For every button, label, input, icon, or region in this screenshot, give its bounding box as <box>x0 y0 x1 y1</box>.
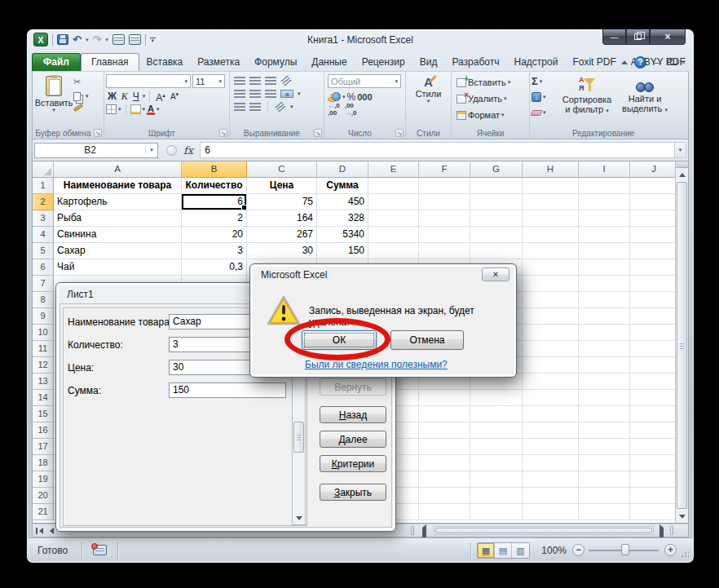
cell-H16[interactable] <box>523 422 579 439</box>
cell-B5[interactable]: 3 <box>182 243 247 259</box>
cell-H11[interactable] <box>523 341 579 357</box>
cell-G20[interactable] <box>470 488 523 504</box>
page-layout-view-button[interactable]: ▤ <box>495 543 512 558</box>
tab-foxit-pdf[interactable]: Foxit PDF <box>565 53 623 71</box>
sort-filter-button[interactable]: АЯ Сортировка и фильтр ▾ <box>556 74 618 126</box>
cell-F2[interactable] <box>419 194 470 210</box>
horizontal-scrollbar[interactable] <box>434 526 654 535</box>
cell-B4[interactable]: 20 <box>182 227 247 243</box>
cell-H7[interactable] <box>523 276 579 292</box>
cell-I9[interactable] <box>579 308 630 325</box>
close-button[interactable]: × <box>650 29 686 45</box>
cell-J18[interactable] <box>630 455 678 471</box>
row-header-1[interactable]: 1 <box>33 178 54 194</box>
cell-G16[interactable] <box>470 422 523 439</box>
align-left-icon[interactable] <box>234 90 245 98</box>
orientation-icon[interactable] <box>280 75 292 86</box>
cell-F3[interactable] <box>419 210 470 227</box>
cell-A2[interactable]: Картофель <box>54 194 182 210</box>
cell-G4[interactable] <box>470 227 523 243</box>
cell-A5[interactable]: Сахар <box>54 243 182 259</box>
cell-J17[interactable] <box>630 439 678 455</box>
row-header-4[interactable]: 4 <box>33 227 54 243</box>
cell-I16[interactable] <box>579 422 630 439</box>
cell-J7[interactable] <box>630 276 678 292</box>
name-box[interactable]: B2 ▾ <box>34 143 158 158</box>
wrap-text-icon[interactable] <box>275 101 286 112</box>
clipboard-dialog-launcher-icon[interactable]: ↘ <box>94 129 102 137</box>
row-header-2[interactable]: 2 <box>33 194 54 210</box>
cell-J8[interactable] <box>630 292 678 308</box>
formula-input[interactable]: 6 <box>200 142 674 158</box>
cell-I14[interactable] <box>579 390 630 406</box>
bold-button[interactable]: Ж <box>106 91 118 102</box>
cell-C3[interactable]: 164 <box>247 210 317 227</box>
cell-I8[interactable] <box>579 292 630 308</box>
cell-F15[interactable] <box>419 406 470 422</box>
merge-center-icon[interactable]: a <box>280 90 293 98</box>
fill-color-icon[interactable] <box>130 104 141 114</box>
number-dialog-launcher-icon[interactable]: ↘ <box>395 129 404 137</box>
row-header-8[interactable]: 8 <box>33 292 54 308</box>
cell-I20[interactable] <box>579 488 630 504</box>
cell-G2[interactable] <box>470 194 523 210</box>
clear-button[interactable]: ▾ <box>532 107 556 118</box>
find-select-button[interactable]: Найти и выделить ▾ <box>618 74 672 126</box>
column-header-D[interactable]: D <box>317 161 368 178</box>
cell-F18[interactable] <box>419 455 470 471</box>
column-header-I[interactable]: I <box>579 161 630 178</box>
increase-decimal-icon[interactable]: ←,0,00 <box>328 102 340 117</box>
back-button[interactable]: Назад <box>320 406 386 423</box>
align-middle-icon[interactable] <box>249 77 261 85</box>
previous-sheet-icon[interactable] <box>50 528 54 534</box>
tab-split-handle[interactable] <box>411 526 414 535</box>
tab-layout[interactable]: Разметка <box>190 53 247 71</box>
copy-button[interactable]: ▾ <box>73 91 89 102</box>
row-header-18[interactable]: 18 <box>33 455 54 471</box>
insert-cells-button[interactable]: Вставить▾ <box>457 74 527 91</box>
cell-J19[interactable] <box>630 471 678 488</box>
cell-J13[interactable] <box>630 374 678 390</box>
insert-function-icon[interactable]: fx <box>183 144 193 157</box>
cell-H21[interactable] <box>523 504 579 520</box>
cell-I11[interactable] <box>579 341 630 357</box>
restore-button[interactable] <box>626 29 650 45</box>
cell-J15[interactable] <box>630 406 678 422</box>
cell-I18[interactable] <box>579 455 630 471</box>
cell-G3[interactable] <box>470 210 523 227</box>
cell-F17[interactable] <box>419 439 470 455</box>
record-macro-icon[interactable] <box>93 545 107 555</box>
cell-G5[interactable] <box>470 243 523 259</box>
tab-home[interactable]: Главная <box>81 53 139 71</box>
borders-icon[interactable] <box>106 104 117 114</box>
cell-H4[interactable] <box>523 227 579 243</box>
decrease-decimal-icon[interactable]: ,00→,0 <box>345 102 357 117</box>
cell-H5[interactable] <box>523 243 579 259</box>
styles-button[interactable]: A Стили ▾ <box>408 74 449 126</box>
row-header-5[interactable]: 5 <box>33 243 54 259</box>
next-button[interactable]: Далее <box>320 431 386 448</box>
cell-F4[interactable] <box>419 227 470 243</box>
cell-A4[interactable]: Свинина <box>54 227 182 243</box>
first-sheet-icon[interactable] <box>39 528 43 534</box>
cell-F1[interactable] <box>419 178 470 194</box>
cell-I13[interactable] <box>579 374 630 390</box>
cancel-button[interactable]: Отмена <box>390 330 464 350</box>
vertical-scrollbar[interactable] <box>675 161 688 523</box>
cell-D3[interactable]: 328 <box>317 210 368 227</box>
cell-A3[interactable]: Рыба <box>54 210 182 227</box>
cell-C2[interactable]: 75 <box>247 194 317 210</box>
cell-H19[interactable] <box>523 471 579 488</box>
row-header-21[interactable]: 21 <box>33 504 54 520</box>
workbook-close-icon[interactable]: × <box>681 59 686 67</box>
cell-I10[interactable] <box>579 325 630 341</box>
cell-E5[interactable] <box>368 243 419 259</box>
cell-F14[interactable] <box>419 390 470 406</box>
row-header-19[interactable]: 19 <box>33 471 54 488</box>
cell-H17[interactable] <box>523 439 579 455</box>
tab-developer[interactable]: Разработч <box>444 53 506 71</box>
page-break-view-button[interactable]: ▥ <box>512 543 529 558</box>
tab-addins[interactable]: Надстрой <box>506 53 565 71</box>
decrease-indent-icon[interactable] <box>234 103 245 111</box>
cell-E4[interactable] <box>368 227 419 243</box>
